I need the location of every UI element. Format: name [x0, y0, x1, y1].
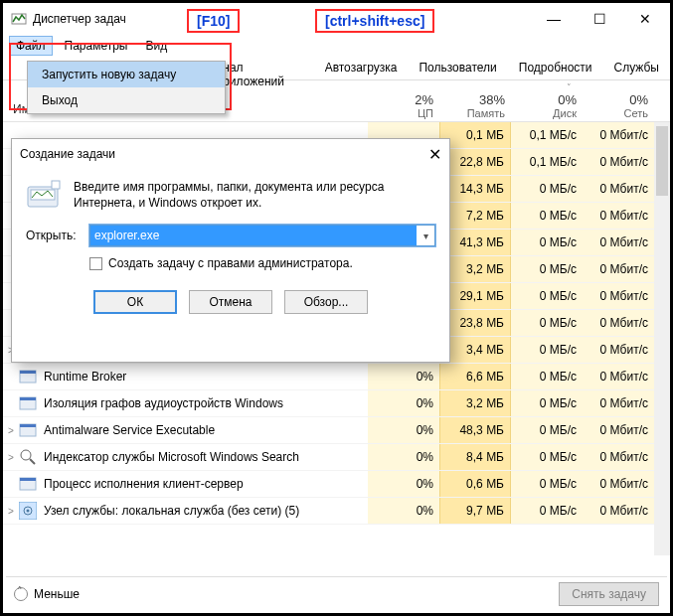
browse-button[interactable]: Обзор... [284, 290, 368, 314]
admin-checkbox-label: Создать задачу с правами администратора. [108, 256, 353, 270]
cell-cpu: 0% [368, 498, 439, 524]
cell-network: 0 Мбит/с [583, 471, 654, 497]
cell-network: 0 Мбит/с [583, 444, 654, 470]
tab-startup[interactable]: Автозагрузка [314, 57, 409, 79]
table-row[interactable]: > Индексатор службы Microsoft Windows Se… [3, 444, 670, 471]
process-name: Runtime Broker [42, 370, 368, 384]
menu-view[interactable]: Вид [139, 37, 173, 55]
open-input-value[interactable]: explorer.exe [90, 226, 417, 245]
process-icon [19, 475, 37, 493]
process-icon [19, 394, 37, 412]
cell-disk: 0,1 МБ/с [511, 149, 583, 175]
cell-network: 0 Мбит/с [583, 176, 654, 202]
open-combobox[interactable]: explorer.exe ▾ [89, 225, 435, 246]
cell-disk: 0 МБ/с [511, 176, 583, 202]
cell-network: 0 Мбит/с [583, 230, 654, 255]
cell-network: 0 Мбит/с [583, 203, 654, 229]
run-dialog-icon [26, 179, 62, 211]
svg-point-10 [21, 450, 31, 460]
cell-disk: 0 МБ/с [511, 444, 583, 470]
cell-disk: 0 МБ/с [511, 283, 583, 309]
dialog-close-button[interactable]: ✕ [428, 145, 441, 164]
expand-toggle[interactable]: > [3, 452, 19, 463]
cell-network: 0 Мбит/с [583, 364, 654, 389]
cell-disk: 0 МБ/с [511, 203, 583, 229]
admin-checkbox[interactable] [89, 257, 102, 270]
end-task-button[interactable]: Снять задачу [559, 582, 659, 606]
svg-rect-9 [20, 424, 36, 427]
cell-memory: 0,6 МБ [439, 471, 511, 497]
tab-users[interactable]: Пользователи [408, 57, 507, 79]
close-button[interactable]: ✕ [622, 5, 668, 33]
cell-cpu: 0% [368, 390, 439, 416]
column-network-header[interactable]: 0%Сеть [583, 80, 654, 121]
chevron-down-icon[interactable]: ▾ [417, 231, 434, 241]
cell-memory: 48,3 МБ [439, 417, 511, 443]
open-label: Открыть: [26, 229, 82, 242]
dialog-title: Создание задачи [20, 147, 428, 161]
tab-details[interactable]: Подробности [508, 57, 603, 79]
column-memory-header[interactable]: 38%Память [439, 80, 511, 121]
menu-file[interactable]: Файл [9, 36, 53, 56]
ok-button[interactable]: ОК [93, 290, 177, 314]
cell-memory: 6,6 МБ [439, 364, 511, 389]
minimize-button[interactable]: — [531, 5, 577, 33]
annotation-file-key: [F10] [187, 9, 240, 33]
annotation-shortcut: [ctrl+shift+esc] [315, 9, 434, 33]
dialog-description: Введите имя программы, папки, документа … [74, 179, 435, 211]
cell-cpu: 0% [368, 417, 439, 443]
cell-cpu: 0% [368, 364, 439, 389]
svg-rect-19 [52, 181, 60, 189]
cell-network: 0 Мбит/с [583, 310, 654, 336]
table-row[interactable]: > Antimalware Service Executable 0% 48,3… [3, 417, 670, 444]
app-icon [11, 11, 27, 27]
process-icon [19, 368, 37, 385]
cell-network: 0 Мбит/с [583, 417, 654, 443]
cell-disk: 0 МБ/с [511, 471, 583, 497]
cell-network: 0 Мбит/с [583, 498, 654, 524]
table-row[interactable]: > Узел службы: локальная служба (без сет… [3, 498, 670, 525]
expand-toggle[interactable]: > [3, 506, 19, 517]
cell-network: 0 Мбит/с [583, 337, 654, 363]
cell-disk: 0 МБ/с [511, 364, 583, 389]
column-cpu-header[interactable]: 2%ЦП [368, 80, 439, 121]
table-row[interactable]: Изоляция графов аудиоустройств Windows 0… [3, 390, 670, 417]
cell-disk: 0 МБ/с [511, 498, 583, 524]
cell-network: 0 Мбит/с [583, 256, 654, 282]
cell-network: 0 Мбит/с [583, 283, 654, 309]
cell-disk: 0 МБ/с [511, 390, 583, 416]
menu-exit[interactable]: Выход [28, 87, 225, 113]
menu-run-new-task[interactable]: Запустить новую задачу [28, 62, 225, 87]
svg-point-16 [27, 510, 30, 513]
tab-services[interactable]: Службы [603, 57, 670, 79]
cell-cpu: 0% [368, 471, 439, 497]
menubar: Файл Параметры Вид [3, 35, 670, 57]
svg-rect-13 [20, 478, 36, 481]
process-icon [19, 502, 37, 520]
cell-memory: 9,7 МБ [439, 498, 511, 524]
cell-disk: 0 МБ/с [511, 256, 583, 282]
scrollbar-thumb[interactable] [656, 126, 668, 196]
cell-disk: 0 МБ/с [511, 417, 583, 443]
menu-options[interactable]: Параметры [59, 37, 134, 55]
fewer-details-button[interactable]: Меньше [14, 587, 80, 601]
svg-rect-5 [20, 371, 36, 374]
vertical-scrollbar[interactable] [654, 122, 670, 555]
chevron-up-icon [14, 587, 28, 601]
svg-rect-7 [20, 397, 36, 400]
process-icon [19, 421, 37, 439]
process-name: Процесс исполнения клиент-сервер [42, 477, 368, 491]
cell-memory: 3,2 МБ [439, 390, 511, 416]
process-icon [19, 448, 37, 466]
expand-toggle[interactable]: > [3, 425, 19, 436]
cell-network: 0 Мбит/с [583, 149, 654, 175]
maximize-button[interactable]: ☐ [577, 5, 622, 33]
cancel-button[interactable]: Отмена [189, 290, 272, 314]
run-dialog: Создание задачи ✕ Введите имя программы,… [11, 138, 450, 363]
table-row[interactable]: Runtime Broker 0% 6,6 МБ 0 МБ/с 0 Мбит/с [3, 364, 670, 390]
cell-cpu: 0% [368, 444, 439, 470]
footer: Меньше Снять задачу [6, 576, 667, 610]
table-row[interactable]: Процесс исполнения клиент-сервер 0% 0,6 … [3, 471, 670, 498]
cell-disk: 0 МБ/с [511, 337, 583, 363]
column-disk-header[interactable]: ˅ 0%Диск [511, 80, 583, 121]
